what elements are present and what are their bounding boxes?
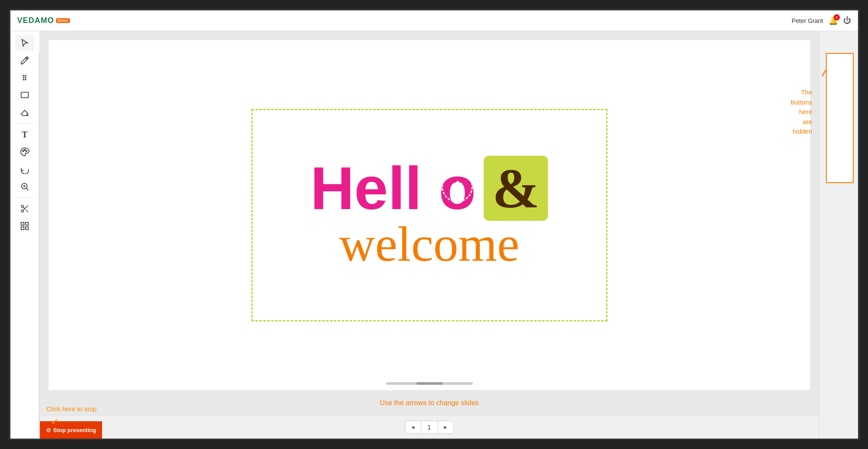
svg-rect-13: [21, 223, 24, 225]
use-arrows-text: Use the arrows to change slides: [380, 399, 479, 407]
move-tool-btn[interactable]: [15, 69, 34, 86]
notif-badge: 2: [834, 14, 840, 20]
scroll-thumb: [416, 382, 442, 385]
demo-badge: DEMO: [56, 18, 70, 23]
slide-content: Hell o ✱ & welcome: [251, 109, 607, 321]
welcome-text: welcome: [339, 214, 519, 274]
page-navigation: ◄ 1 ►: [405, 421, 454, 434]
toolbar-right-border: [39, 53, 40, 439]
svg-point-2: [23, 79, 24, 80]
right-panel: The buttons hereare hidden ↱: [819, 31, 858, 439]
app-window: VEDAMO DEMO Peter Grant 🔔 2 ⏻: [9, 9, 860, 440]
svg-point-0: [23, 75, 24, 76]
canvas-area: Use the toolsto write and drawon the Whi…: [40, 31, 819, 439]
bottom-nav: ⊙ Stop presenting Click here to stop ↙ ◄…: [40, 416, 819, 439]
toolbar: T: [10, 31, 40, 439]
svg-point-11: [21, 205, 24, 208]
bottom-hint-bar: Use the arrows to change slides: [40, 390, 819, 416]
svg-rect-14: [26, 223, 28, 225]
stop-icon: ⊙: [46, 427, 51, 433]
undo-btn[interactable]: [15, 161, 34, 177]
svg-point-1: [23, 77, 24, 78]
toolbar-divider-1: [16, 123, 33, 124]
next-page-btn[interactable]: ►: [438, 421, 454, 434]
select-tool-btn[interactable]: [15, 35, 34, 51]
svg-point-12: [21, 210, 24, 213]
header: VEDAMO DEMO Peter Grant 🔔 2 ⏻: [10, 10, 858, 31]
svg-point-3: [25, 75, 26, 76]
slide-line1: Hell o ✱ &: [310, 156, 548, 221]
pen-tool-btn[interactable]: [15, 52, 34, 69]
prev-page-btn[interactable]: ◄: [405, 421, 421, 434]
svg-point-9: [26, 151, 27, 152]
svg-point-8: [24, 149, 26, 151]
ampersand-text: &: [492, 157, 539, 220]
scroll-indicator[interactable]: [386, 382, 473, 385]
stop-presenting-btn[interactable]: ⊙ Stop presenting: [40, 421, 102, 439]
eraser-tool-btn[interactable]: [15, 104, 34, 121]
toolbar-divider-2: [16, 197, 33, 198]
svg-rect-15: [21, 227, 24, 229]
header-right: Peter Grant 🔔 2 ⏻: [792, 16, 851, 26]
scissors-btn[interactable]: [15, 200, 34, 217]
hidden-panel-box: [826, 53, 854, 183]
svg-rect-16: [26, 227, 28, 229]
svg-point-7: [23, 151, 24, 152]
text-tool-btn[interactable]: T: [15, 126, 34, 143]
page-number: 1: [421, 421, 438, 434]
grid-btn[interactable]: [15, 218, 34, 234]
hello-o-circle: ✱: [442, 171, 473, 202]
color-tool-btn[interactable]: [15, 144, 34, 160]
svg-point-4: [25, 77, 26, 78]
svg-rect-6: [21, 92, 29, 98]
hello-o: o ✱: [439, 158, 476, 219]
hello-text: Hell o ✱: [310, 158, 476, 219]
main-area: T: [10, 31, 858, 439]
power-icon[interactable]: ⏻: [843, 16, 851, 25]
svg-point-5: [25, 79, 26, 80]
ampersand-box: &: [484, 156, 548, 221]
notification-icon[interactable]: 🔔 2: [828, 16, 838, 26]
logo-area: VEDAMO DEMO: [17, 16, 70, 25]
rectangle-tool-btn[interactable]: [15, 87, 34, 103]
whiteboard: Hell o ✱ & welcome: [49, 40, 810, 390]
user-name: Peter Grant: [792, 17, 823, 24]
logo-text: VEDAMO: [17, 16, 54, 25]
zoom-btn[interactable]: [15, 178, 34, 195]
stop-presenting-label: Stop presenting: [53, 427, 96, 433]
